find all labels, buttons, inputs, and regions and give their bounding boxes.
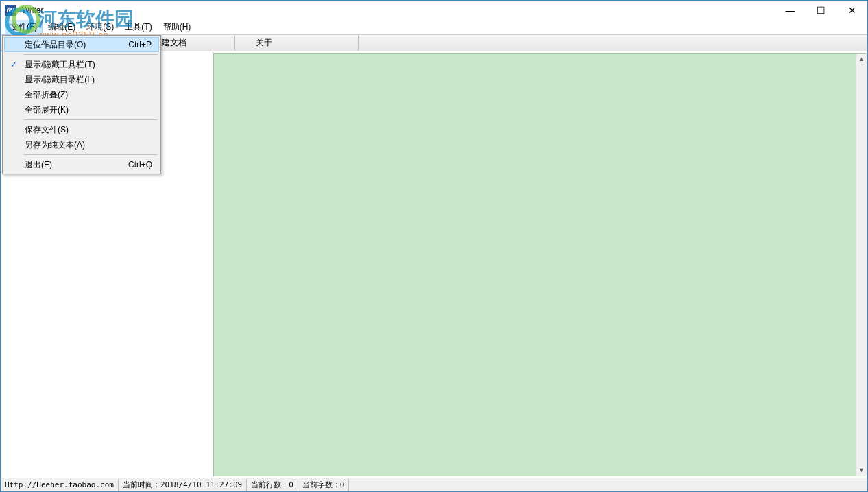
menu-tools[interactable]: 工具(T) — [119, 19, 157, 35]
statusbar: Http://Heeher.taobao.com 当前时间：2018/4/10 … — [1, 478, 867, 491]
menu-item-locate-works-dir[interactable]: 定位作品目录(O) Ctrl+P — [4, 37, 159, 52]
menu-item-save-file[interactable]: 保存文件(S) — [4, 122, 159, 137]
menu-item-label: 退出(E) — [25, 159, 52, 171]
app-icon: iW — [5, 5, 16, 16]
menu-file[interactable]: 文件(F) — [5, 19, 43, 35]
menu-item-label: 另存为纯文本(A) — [25, 139, 85, 151]
close-button[interactable]: ✕ — [836, 1, 867, 20]
status-chars-value: 0 — [340, 480, 345, 489]
check-icon: ✓ — [8, 60, 19, 69]
menu-item-save-as-text[interactable]: 另存为纯文本(A) — [4, 137, 159, 152]
status-lines-label: 当前行数： — [251, 480, 289, 490]
menu-environment[interactable]: 环境(S) — [81, 19, 119, 35]
menu-edit[interactable]: 编辑(E) — [43, 19, 81, 35]
menu-item-label: 显示/隐藏目录栏(L) — [25, 74, 95, 86]
tab-about[interactable]: 关于 — [235, 35, 359, 51]
menubar: 文件(F) 编辑(E) 环境(S) 工具(T) 帮助(H) — [1, 20, 867, 35]
menu-item-label: 全部展开(K) — [25, 104, 69, 116]
vertical-scrollbar[interactable]: ▲ ▼ — [856, 54, 867, 476]
minimize-button[interactable]: — — [775, 1, 806, 20]
maximize-button[interactable]: ☐ — [806, 1, 836, 20]
status-url: Http://Heeher.taobao.com — [1, 479, 119, 491]
menu-item-shortcut: Ctrl+P — [128, 40, 152, 49]
menu-separator — [23, 54, 158, 55]
menu-separator — [23, 154, 158, 155]
menu-item-label: 定位作品目录(O) — [25, 39, 86, 51]
menu-item-label: 显示/隐藏工具栏(T) — [25, 59, 95, 71]
status-chars: 当前字数：0 — [298, 479, 350, 491]
titlebar: iW iWriter — ☐ ✕ — [1, 1, 867, 20]
menu-item-exit[interactable]: 退出(E) Ctrl+Q — [4, 157, 159, 172]
status-chars-label: 当前字数： — [302, 480, 340, 490]
menu-item-label: 全部折叠(Z) — [25, 89, 68, 101]
menu-item-label: 保存文件(S) — [25, 124, 69, 136]
menu-item-expand-all[interactable]: 全部展开(K) — [4, 102, 159, 117]
tab-label: 关于 — [256, 37, 272, 49]
status-time-label: 当前时间： — [123, 480, 160, 490]
menu-item-shortcut: Ctrl+Q — [128, 160, 152, 169]
menu-help[interactable]: 帮助(H) — [158, 19, 197, 35]
menu-item-toggle-treeview[interactable]: 显示/隐藏目录栏(L) — [4, 72, 159, 87]
editor-area[interactable]: ▲ ▼ — [213, 53, 866, 476]
status-lines-value: 0 — [289, 480, 293, 489]
window-title: iWriter — [20, 5, 43, 15]
scroll-up-icon[interactable]: ▲ — [856, 54, 867, 65]
status-lines: 当前行数：0 — [247, 479, 298, 491]
menu-separator — [23, 119, 158, 120]
window-controls: — ☐ ✕ — [775, 1, 867, 20]
status-time: 当前时间：2018/4/10 11:27:09 — [119, 479, 247, 491]
menu-item-collapse-all[interactable]: 全部折叠(Z) — [4, 87, 159, 102]
scroll-down-icon[interactable]: ▼ — [856, 465, 867, 476]
status-time-value: 2018/4/10 11:27:09 — [160, 480, 242, 489]
tab-label: 建文档 — [162, 37, 186, 49]
file-menu-dropdown: 定位作品目录(O) Ctrl+P ✓ 显示/隐藏工具栏(T) 显示/隐藏目录栏(… — [2, 35, 161, 174]
menu-item-toggle-toolbar[interactable]: ✓ 显示/隐藏工具栏(T) — [4, 57, 159, 72]
